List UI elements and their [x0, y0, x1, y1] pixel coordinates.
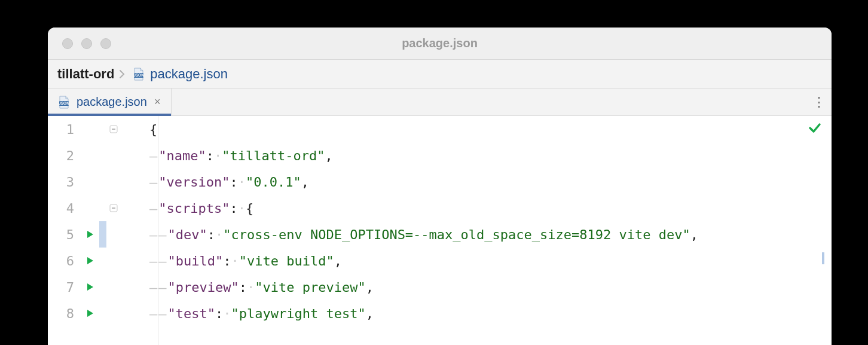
colon: : [206, 148, 214, 163]
line-number: 8 [48, 306, 81, 321]
line-number: 2 [48, 148, 81, 163]
line-number: 3 [48, 175, 81, 190]
json-string: "cross-env NODE_OPTIONS=--max_old_space_… [223, 227, 690, 242]
json-file-icon: JSON [131, 68, 146, 80]
breadcrumb-root[interactable]: tillatt-ord [57, 66, 114, 82]
gutter-row: 8 [48, 300, 146, 326]
tab-close-button[interactable]: × [152, 96, 163, 108]
json-string: "tillatt-ord" [222, 148, 325, 163]
json-file-icon: JSON [56, 96, 72, 108]
selection-marker [99, 221, 106, 248]
comma: , [301, 175, 309, 190]
json-key: "dev" [168, 227, 207, 242]
fold-toggle[interactable] [106, 203, 121, 213]
svg-text:JSON: JSON [133, 73, 144, 77]
whitespace-dot: · [247, 280, 255, 295]
comma: , [690, 227, 698, 242]
tab-overflow-menu[interactable]: ⋮ [806, 88, 832, 115]
whitespace-dot: · [238, 175, 246, 190]
indent-guide-glyph: — [149, 280, 157, 295]
json-key: "version" [158, 175, 230, 190]
colon: : [239, 280, 247, 295]
json-key: "preview" [168, 280, 239, 295]
selection-marker [99, 169, 106, 195]
scrollbar-marker [822, 252, 824, 264]
gutter-row: 3 [48, 169, 146, 195]
editor-window: package.json tillatt-ord JSON package.js… [48, 28, 832, 345]
gutter-row: 4 [48, 195, 146, 221]
gutter-row: 6 [48, 248, 146, 274]
json-string: "vite preview" [255, 280, 365, 295]
code-line: ——"preview":·"vite preview", [149, 274, 832, 300]
fold-toggle[interactable] [106, 124, 121, 134]
code-line: ——"test":·"playwright test", [149, 300, 832, 326]
breadcrumb-file[interactable]: JSON package.json [131, 66, 228, 82]
colon: : [215, 306, 223, 321]
gutter-row: 7 [48, 274, 146, 300]
json-string: "0.0.1" [246, 175, 301, 190]
code-line: —"name":·"tillatt-ord", [149, 142, 832, 169]
indent-guide-glyph: — [149, 148, 157, 163]
json-key: "build" [168, 254, 224, 268]
code-line: —"scripts":·{ [149, 195, 832, 221]
brace-open: { [149, 122, 157, 137]
comma: , [366, 280, 374, 295]
indent-guide-glyph: — [158, 227, 166, 242]
run-script-button[interactable] [81, 309, 99, 318]
indent-guide-glyph: — [149, 175, 157, 190]
tab-package-json[interactable]: JSON package.json × [48, 88, 172, 115]
selection-marker [99, 274, 106, 300]
whitespace-dot: · [223, 306, 231, 321]
json-key: "test" [168, 306, 215, 321]
whitespace-dot: · [238, 201, 246, 216]
indent-guide-glyph: — [158, 280, 166, 295]
json-string: "playwright test" [231, 306, 365, 321]
run-script-button[interactable] [81, 282, 99, 292]
colon: : [207, 227, 215, 242]
indent-guide-glyph: — [149, 306, 157, 321]
minimize-window-button[interactable] [81, 38, 92, 49]
line-number: 1 [48, 122, 81, 137]
colon: : [230, 175, 237, 190]
selection-marker [99, 116, 106, 142]
chevron-right-icon [119, 69, 126, 79]
breadcrumb-file-label: package.json [150, 66, 228, 82]
line-number: 6 [48, 254, 81, 268]
whitespace-dot: · [231, 254, 239, 268]
line-number: 4 [48, 201, 81, 216]
json-string: "vite build" [239, 254, 334, 268]
whitespace-dot: · [214, 148, 222, 163]
zoom-window-button[interactable] [100, 38, 111, 49]
gutter-row: 5 [48, 221, 146, 248]
json-key: "name" [158, 148, 206, 163]
analysis-ok-icon[interactable] [808, 121, 822, 138]
indent-guide-glyph: — [158, 306, 166, 321]
gutter-row: 1 [48, 116, 146, 142]
code-line: —"version":·"0.0.1", [149, 169, 832, 195]
code-line: ——"build":·"vite build", [149, 248, 832, 274]
whitespace-dot: · [215, 227, 223, 242]
line-number: 7 [48, 280, 81, 295]
code-line: { [149, 116, 832, 142]
brace-open: { [246, 201, 253, 216]
indent-guide-glyph: — [158, 254, 166, 268]
json-key: "scripts" [158, 201, 230, 216]
selection-marker [99, 142, 106, 169]
comma: , [366, 306, 374, 321]
titlebar: package.json [48, 28, 832, 60]
window-title: package.json [48, 36, 832, 50]
run-script-button[interactable] [81, 256, 99, 265]
selection-marker [99, 300, 106, 326]
traffic-lights [48, 38, 111, 49]
code-line: ——"dev":·"cross-env NODE_OPTIONS=--max_o… [149, 221, 832, 248]
svg-text:JSON: JSON [59, 101, 69, 105]
indent-guide-glyph: — [149, 254, 157, 268]
indent-guide-glyph: — [149, 201, 157, 216]
colon: : [223, 254, 231, 268]
close-window-button[interactable] [62, 38, 73, 49]
editor[interactable]: 1 2 3 4 [48, 116, 832, 345]
run-script-button[interactable] [81, 230, 99, 239]
indent-guide-glyph: — [149, 227, 157, 242]
code-area[interactable]: { —"name":·"tillatt-ord", —"version":·"0… [146, 116, 832, 345]
tab-label: package.json [77, 95, 147, 109]
